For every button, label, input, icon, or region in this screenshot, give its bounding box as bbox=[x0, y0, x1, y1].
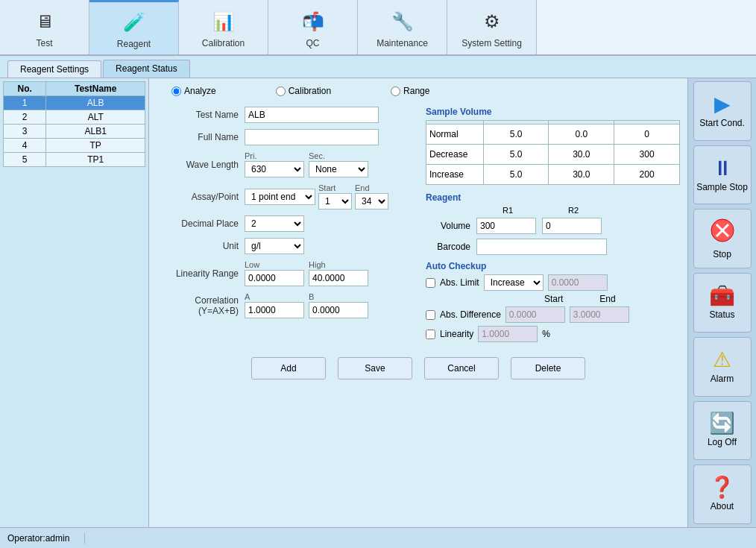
correlation-label: Correlation(Y=AX+B) bbox=[157, 295, 239, 316]
corr-b-label: B bbox=[309, 292, 368, 301]
abs-diff-checkbox[interactable] bbox=[426, 310, 435, 320]
assay-start-label: Start bbox=[318, 183, 352, 192]
full-name-row: Full Name bbox=[157, 129, 411, 145]
form-left: Test Name Full Name Wave Length Pri. bbox=[157, 107, 411, 345]
table-row[interactable]: 2ALT bbox=[4, 110, 145, 125]
calibration-icon: 📊 bbox=[209, 7, 239, 37]
reagent-r1-input[interactable] bbox=[476, 218, 536, 234]
table-row[interactable]: 1ALB bbox=[4, 96, 145, 110]
start-cond-button[interactable]: ▶ Start Cond. bbox=[693, 81, 752, 141]
stop-button[interactable]: Stop bbox=[693, 209, 752, 268]
corr-b-input[interactable] bbox=[309, 302, 368, 318]
log-off-icon: 🔄 bbox=[709, 413, 735, 434]
mode-radio-row: Analyze Calibration Range bbox=[157, 86, 680, 96]
abs-limit-dropdown[interactable]: IncreaseDecrease bbox=[484, 274, 544, 291]
reagent-volume-label: Volume bbox=[426, 221, 470, 231]
log-off-label: Log Off bbox=[708, 437, 737, 447]
main-layout: No. TestName 1ALB2ALT3ALB14TP5TP1 Analyz… bbox=[0, 78, 756, 527]
log-off-button[interactable]: 🔄 Log Off bbox=[693, 401, 752, 461]
linearity-pct: % bbox=[542, 329, 550, 339]
nav-maintenance-label: Maintenance bbox=[377, 38, 428, 48]
unit-select[interactable]: g/lmg/dlmmol/lU/l% bbox=[245, 238, 304, 254]
test-name-input[interactable] bbox=[245, 107, 379, 123]
test-name-label: Test Name bbox=[157, 110, 239, 120]
nav-test[interactable]: 🖥 Test bbox=[0, 0, 89, 54]
lr-low-input[interactable] bbox=[245, 270, 304, 286]
full-name-label: Full Name bbox=[157, 132, 239, 142]
barcode-row: Barcode bbox=[426, 239, 680, 255]
sample-stop-icon: ⏸ bbox=[712, 158, 733, 179]
wave-sec-select[interactable]: None340405 bbox=[309, 161, 368, 177]
wave-length-row: Wave Length Pri. 630340405450505 Sec. No… bbox=[157, 151, 411, 177]
wave-row: Pri. 630340405450505 Sec. None340405 bbox=[245, 151, 368, 177]
sample-stop-label: Sample Stop bbox=[696, 182, 748, 192]
action-buttons: Add Save Cancel Delete bbox=[157, 357, 680, 379]
tab-reagent-settings[interactable]: Reagent Settings bbox=[7, 60, 101, 78]
abs-diff-start-input bbox=[505, 306, 565, 323]
lr-low-label: Low bbox=[245, 260, 304, 269]
linearity-value-input bbox=[478, 326, 538, 342]
abs-limit-checkbox[interactable] bbox=[426, 278, 435, 288]
alarm-icon: ⚠ bbox=[713, 350, 731, 371]
nav-qc-label: QC bbox=[306, 38, 320, 48]
sample-volume-section: Sample Volume Normal bbox=[426, 107, 680, 185]
radio-analyze[interactable]: Analyze bbox=[171, 86, 216, 96]
corr-a-label: A bbox=[245, 292, 304, 301]
r2-col-label: R2 bbox=[544, 206, 603, 215]
abs-diff-subheaders: Start End bbox=[426, 294, 680, 304]
wave-pri-select[interactable]: 630340405450505 bbox=[245, 161, 304, 177]
corr-a-input[interactable] bbox=[245, 302, 304, 318]
auto-checkup-title: Auto Checkup bbox=[426, 261, 680, 271]
sample-stop-button[interactable]: ⏸ Sample Stop bbox=[693, 145, 752, 205]
qc-icon: 📬 bbox=[298, 7, 328, 37]
table-row[interactable]: 5TP1 bbox=[4, 153, 145, 167]
status-icon: 🧰 bbox=[709, 286, 735, 306]
nav-reagent[interactable]: 🧪 Reagent bbox=[89, 0, 179, 54]
reagent-r2-input[interactable] bbox=[542, 218, 602, 234]
full-name-input[interactable] bbox=[245, 129, 379, 145]
nav-calibration-label: Calibration bbox=[202, 38, 245, 48]
alarm-button[interactable]: ⚠ Alarm bbox=[693, 337, 752, 397]
assay-select[interactable]: 1 point end2 point endRate A bbox=[245, 189, 315, 205]
linearity-checkbox[interactable] bbox=[426, 330, 435, 339]
cancel-button[interactable]: Cancel bbox=[424, 357, 499, 379]
delete-button[interactable]: Delete bbox=[511, 357, 585, 379]
about-icon: ❓ bbox=[709, 477, 735, 498]
unit-label: Unit bbox=[157, 241, 239, 251]
assay-end-label: End bbox=[355, 183, 388, 192]
linearity-check-row: Linearity % bbox=[426, 326, 680, 342]
tab-reagent-status[interactable]: Reagent Status bbox=[103, 60, 190, 78]
decimal-select[interactable]: 01234 bbox=[245, 215, 304, 232]
radio-range[interactable]: Range bbox=[391, 86, 429, 96]
status-button[interactable]: 🧰 Status bbox=[693, 273, 752, 333]
lr-high-input[interactable] bbox=[309, 270, 368, 286]
abs-diff-label: Abs. Difference bbox=[440, 309, 501, 320]
col-testname: TestName bbox=[46, 82, 145, 96]
sample-volume-table: Normal Decrease Increase bbox=[426, 120, 680, 185]
sv-row: Increase bbox=[426, 165, 680, 185]
about-button[interactable]: ❓ About bbox=[693, 464, 752, 524]
abs-diff-row: Abs. Difference bbox=[426, 306, 680, 323]
sv-row: Decrease bbox=[426, 145, 680, 165]
center-panel: Analyze Calibration Range Test Name bbox=[149, 78, 687, 527]
radio-calibration[interactable]: Calibration bbox=[276, 86, 331, 96]
nav-calibration[interactable]: 📊 Calibration bbox=[179, 0, 268, 54]
unit-row: Unit g/lmg/dlmmol/lU/l% bbox=[157, 238, 411, 254]
add-button[interactable]: Add bbox=[251, 357, 326, 379]
assay-start-select[interactable]: 123 bbox=[318, 193, 352, 210]
reagent-icon: 🧪 bbox=[119, 7, 149, 37]
r1-col-label: R1 bbox=[478, 206, 538, 215]
assay-end-select[interactable]: 342030 bbox=[355, 193, 388, 210]
save-button[interactable]: Save bbox=[338, 357, 412, 379]
lr-high-label: High bbox=[309, 260, 368, 269]
table-row[interactable]: 3ALB1 bbox=[4, 125, 145, 139]
nav-system-setting[interactable]: ⚙ System Setting bbox=[447, 0, 537, 54]
abs-limit-row: Abs. Limit IncreaseDecrease bbox=[426, 274, 680, 291]
table-row[interactable]: 4TP bbox=[4, 139, 145, 153]
nav-maintenance[interactable]: 🔧 Maintenance bbox=[358, 0, 447, 54]
nav-qc[interactable]: 📬 QC bbox=[268, 0, 358, 54]
nav-test-label: Test bbox=[36, 38, 52, 48]
barcode-input[interactable] bbox=[476, 239, 607, 255]
status-label: Status bbox=[709, 309, 734, 320]
status-bar: Operator:admin bbox=[0, 527, 756, 548]
